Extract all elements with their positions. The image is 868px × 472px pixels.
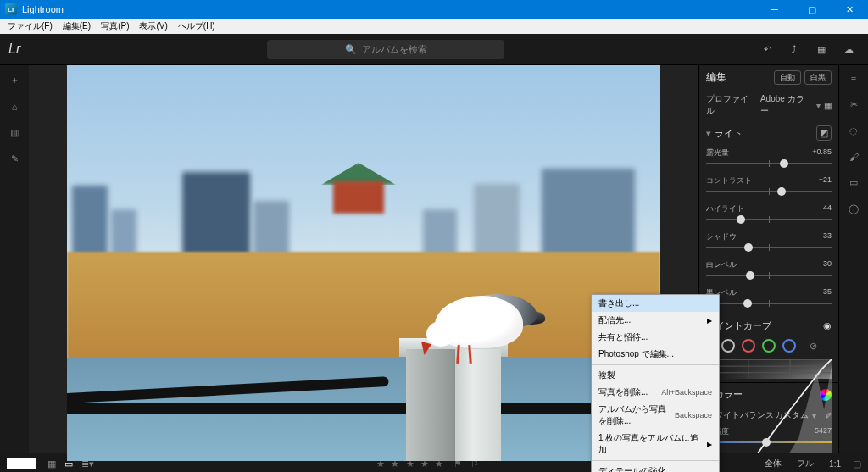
slider-value: -33 <box>821 231 832 242</box>
light-section-header[interactable]: ▾ ライト ◩ <box>699 120 838 146</box>
menu-file[interactable]: ファイル(F) <box>3 20 57 32</box>
filmstrip-thumb[interactable] <box>7 458 36 469</box>
cloud-icon[interactable]: ☁ <box>837 38 860 60</box>
linear-gradient-icon[interactable]: ▭ <box>849 177 858 188</box>
ctx-export[interactable]: 書き出し... <box>592 295 719 312</box>
profile-grid-icon[interactable]: ▦ <box>824 101 832 110</box>
slider-label: シャドウ <box>706 231 737 242</box>
close-button[interactable]: ✕ <box>831 0 868 19</box>
grid-icon[interactable]: ▦ <box>810 38 832 60</box>
edit-header: 編集 自動 白黒 <box>699 65 838 90</box>
search-icon: 🔍 <box>345 44 357 55</box>
library-icon[interactable]: ▥ <box>10 127 19 138</box>
zoom-fit[interactable]: 全体 <box>761 458 785 469</box>
ctx-duplicate[interactable]: 複製 <box>592 367 719 384</box>
ctx-edit-ps[interactable]: Photoshop で編集... <box>592 346 719 363</box>
ctx-share-invite[interactable]: 共有と招待... <box>592 329 719 346</box>
menu-help[interactable]: ヘルプ(H) <box>174 20 220 32</box>
ctx-destination[interactable]: 配信先...▶ <box>592 312 719 329</box>
slider-白レベル[interactable]: 白レベル-30 <box>699 258 838 286</box>
window-title: Lightroom <box>22 4 64 14</box>
menu-edit[interactable]: 編集(E) <box>58 20 95 32</box>
bw-button[interactable]: 白黒 <box>804 70 832 85</box>
slider-value: -35 <box>821 287 832 298</box>
menu-view[interactable]: 表示(V) <box>135 20 171 32</box>
lr-logo[interactable]: Lr <box>8 42 20 57</box>
learn-icon[interactable]: ✎ <box>11 153 19 164</box>
slider-value: -30 <box>821 259 832 270</box>
slider-ハイライト[interactable]: ハイライト-44 <box>699 202 838 230</box>
slider-value: +21 <box>819 175 832 186</box>
zoom-full[interactable]: フル <box>793 458 817 469</box>
chevron-down-icon: ▾ <box>706 128 711 139</box>
left-toolbar: ＋ ⌂ ▥ ✎ <box>0 65 29 453</box>
slider-コントラスト[interactable]: コントラスト+21 <box>699 174 838 202</box>
profile-label: プロファイル <box>706 93 755 117</box>
heal-icon[interactable]: ◌ <box>849 125 858 136</box>
filmstrip-toggle-icon[interactable]: ▢ <box>853 458 861 469</box>
profile-row[interactable]: プロファイル Adobe カラー ▾ ▦ <box>699 90 838 120</box>
slider-label: コントラスト <box>706 175 752 186</box>
photo-preview <box>67 65 660 461</box>
crop-icon[interactable]: ✂ <box>850 99 858 110</box>
search-placeholder: アルバムを検索 <box>362 43 427 56</box>
minimize-button[interactable]: ─ <box>756 0 793 19</box>
slider-value: -44 <box>821 203 832 214</box>
ctx-remove-from-album[interactable]: アルバムから写真を削除...Backspace <box>592 401 719 430</box>
share-icon[interactable]: ⤴ <box>783 38 805 60</box>
menu-bar: ファイル(F) 編集(E) 写真(P) 表示(V) ヘルプ(H) <box>0 19 868 34</box>
curve-reset-icon[interactable]: ⊘ <box>810 341 817 352</box>
zoom-oneone[interactable]: 1:1 <box>826 459 844 469</box>
curve-toggle-icon[interactable]: ◉ <box>823 320 832 331</box>
channel-luminance[interactable] <box>721 339 735 353</box>
curve-section-header[interactable]: ポイントカーブ ◉ <box>699 314 838 337</box>
grid-view-icon[interactable]: ▦ <box>47 458 56 469</box>
slider-label: ハイライト <box>706 203 744 214</box>
window-titlebar: Lr Lightroom ─ ▢ ✕ <box>0 0 868 19</box>
slider-黒レベル[interactable]: 黒レベル-35 <box>699 286 838 314</box>
context-menu: 書き出し... 配信先...▶ 共有と招待... Photoshop で編集..… <box>591 294 720 472</box>
tone-curve[interactable] <box>706 359 832 379</box>
slider-label: 白レベル <box>706 259 737 270</box>
curve-channel-row: ◐ ⊘ <box>699 337 838 356</box>
maximize-button[interactable]: ▢ <box>793 0 831 19</box>
ctx-enhance-details[interactable]: ディテールの強化... <box>592 463 719 472</box>
ctx-add-to-album[interactable]: 1 枚の写真をアルバムに追加▶ <box>592 430 719 458</box>
undo-icon[interactable]: ↶ <box>756 38 778 60</box>
channel-red[interactable] <box>742 339 755 353</box>
right-toolbar: ≡ ✂ ◌ 🖌 ▭ ◯ <box>838 65 868 453</box>
profile-value: Adobe カラー <box>760 93 811 117</box>
add-photo-icon[interactable]: ＋ <box>10 74 19 86</box>
app-logo-icon: Lr <box>5 3 17 15</box>
tone-curve-icon[interactable]: ◩ <box>816 125 832 141</box>
auto-button[interactable]: 自動 <box>774 70 801 85</box>
ctx-delete-photo[interactable]: 写真を削除...Alt+Backspace <box>592 384 719 401</box>
home-icon[interactable]: ⌂ <box>12 102 18 112</box>
slider-シャドウ[interactable]: シャドウ-33 <box>699 230 838 258</box>
image-canvas[interactable]: 書き出し... 配信先...▶ 共有と招待... Photoshop で編集..… <box>29 65 698 453</box>
search-input[interactable]: 🔍 アルバムを検索 <box>267 40 504 59</box>
menu-photo[interactable]: 写真(P) <box>97 20 133 32</box>
edit-sliders-icon[interactable]: ≡ <box>851 74 856 84</box>
main-area: ＋ ⌂ ▥ ✎ <box>0 65 868 453</box>
slider-label: 露光量 <box>706 147 729 158</box>
brush-icon[interactable]: 🖌 <box>849 152 859 162</box>
channel-blue[interactable] <box>782 339 796 353</box>
radial-gradient-icon[interactable]: ◯ <box>849 203 859 214</box>
chevron-down-icon: ▾ <box>816 101 821 110</box>
slider-露光量[interactable]: 露光量+0.85 <box>699 146 838 174</box>
channel-green[interactable] <box>762 339 776 353</box>
slider-value: +0.85 <box>812 147 832 158</box>
app-top-bar: Lr 🔍 アルバムを検索 ↶ ⤴ ▦ ☁ <box>0 34 868 65</box>
